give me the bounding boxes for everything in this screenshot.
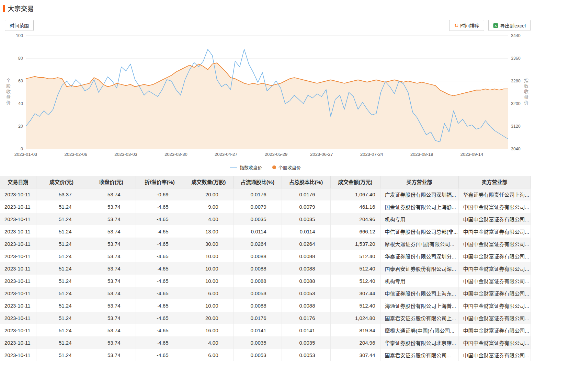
cell-premium_rate: -4.65 <box>136 349 184 361</box>
time-range-label: 时间范围 <box>10 22 29 29</box>
cell-total_share_ratio: 0.0053 <box>282 349 330 361</box>
time-range-button[interactable]: 时间范围 <box>5 20 34 31</box>
cell-volume: 6.00 <box>184 349 233 361</box>
cell-date: 2023-10-11 <box>0 287 36 299</box>
cell-deal_price: 51.24 <box>36 275 87 287</box>
page-header: 大宗交易 <box>0 0 581 16</box>
table-row: 2023-10-1151.2453.74-4.6530.000.02640.02… <box>0 238 531 250</box>
cell-total_share_ratio: 0.0035 <box>282 336 330 349</box>
cell-seller: 中国中金财富证券有限公司... <box>458 299 531 312</box>
table-row: 2023-10-1151.2453.74-4.6510.000.00880.00… <box>0 299 531 312</box>
cell-total_share_ratio: 0.0088 <box>282 275 330 287</box>
col-header-deal_price: 成交价(元) <box>36 176 87 188</box>
cell-close_price: 53.74 <box>87 336 136 349</box>
cell-buyer: 华泰证券股份有限公司深圳分... <box>380 250 458 262</box>
cell-amount: 512.40 <box>330 250 380 262</box>
cell-date: 2023-10-11 <box>0 349 36 361</box>
table-row: 2023-10-1151.2453.74-4.656.000.00530.005… <box>0 287 531 299</box>
cell-close_price: 53.74 <box>87 188 136 200</box>
cell-amount: 307.44 <box>330 287 380 299</box>
cell-total_share_ratio: 0.0264 <box>282 238 330 250</box>
excel-icon: X <box>493 23 498 28</box>
chart-area: 个股收盘价 指数收盘价 0304020312040320060328080336… <box>0 33 531 171</box>
y-axis-tick-right: 3040 <box>511 147 521 151</box>
y-axis-tick-right: 3440 <box>511 33 521 38</box>
cell-premium_rate: -4.65 <box>136 262 184 275</box>
price-chart[interactable]: 0304020312040320060328080336010034402023… <box>0 33 531 161</box>
cell-deal_price: 51.24 <box>36 200 87 213</box>
legend-item-index[interactable]: 指数收盘价 <box>230 164 262 171</box>
col-header-buyer: 买方营业部 <box>380 176 458 188</box>
toolbar-right-group: 时间排序 X 导出到excel <box>449 20 531 31</box>
cell-volume: 9.00 <box>184 200 233 213</box>
cell-volume: 10.00 <box>184 275 233 287</box>
cell-date: 2023-10-11 <box>0 312 36 324</box>
cell-seller: 中国中金财富证券有限公司... <box>458 324 531 336</box>
cell-seller: 中国中金财富证券有限公司... <box>458 312 531 324</box>
cell-total_share_ratio: 0.0088 <box>282 299 330 312</box>
right-axis-title: 指数收盘价 <box>523 78 529 106</box>
cell-date: 2023-10-11 <box>0 238 36 250</box>
cell-volume: 20.00 <box>184 312 233 324</box>
legend-item-stock[interactable]: 个股收盘价 <box>272 164 301 171</box>
cell-volume: 10.00 <box>184 250 233 262</box>
table-row: 2023-10-1151.2453.74-4.6510.000.00880.00… <box>0 262 531 275</box>
cell-premium_rate: -4.65 <box>136 200 184 213</box>
x-axis-tick: 2023-09-14 <box>460 152 483 157</box>
export-excel-button[interactable]: X 导出到excel <box>488 20 531 31</box>
cell-float_share_ratio: 0.0053 <box>233 349 282 361</box>
cell-deal_price: 51.24 <box>36 299 87 312</box>
cell-float_share_ratio: 0.0176 <box>233 188 282 200</box>
y-axis-tick-left: 100 <box>16 33 23 38</box>
cell-amount: 307.44 <box>330 349 380 361</box>
cell-premium_rate: -4.65 <box>136 213 184 225</box>
cell-seller: 中国中金财富证券有限公司... <box>458 200 531 213</box>
cell-premium_rate: -4.65 <box>136 225 184 238</box>
cell-volume: 4.00 <box>184 213 233 225</box>
cell-amount: 512.40 <box>330 275 380 287</box>
cell-float_share_ratio: 0.0035 <box>233 336 282 349</box>
time-sort-button[interactable]: 时间排序 <box>449 20 484 31</box>
toolbar: 时间范围 时间排序 X <box>5 20 531 32</box>
legend-dot-swatch <box>272 165 276 169</box>
table-header-row: 交易日期成交价(元)收盘价(元)折/溢价率(%)成交数量(万股)占流通股比(%)… <box>0 176 531 188</box>
cell-date: 2023-10-11 <box>0 275 36 287</box>
cell-buyer: 华泰证券股份有限公司北京雍... <box>380 336 458 349</box>
x-axis-tick: 2023-01-03 <box>14 152 37 157</box>
x-axis-tick: 2023-02-06 <box>65 152 88 157</box>
cell-date: 2023-10-11 <box>0 213 36 225</box>
cell-buyer: 摩根大通证券(中国)有限公司... <box>380 238 458 250</box>
cell-amount: 666.12 <box>330 225 380 238</box>
cell-float_share_ratio: 0.0141 <box>233 324 282 336</box>
cell-seller: 华鑫证券有限责任公司上海... <box>458 188 531 200</box>
col-header-seller: 卖方营业部 <box>458 176 531 188</box>
cell-buyer: 中信证券股份有限公司上海东... <box>380 287 458 299</box>
cell-date: 2023-10-11 <box>0 336 36 349</box>
cell-total_share_ratio: 0.0053 <box>282 287 330 299</box>
svg-text:X: X <box>495 24 497 27</box>
table-row: 2023-10-1151.2453.74-4.6510.000.00880.00… <box>0 250 531 262</box>
cell-buyer: 摩根大通证券(中国)有限公司... <box>380 324 458 336</box>
cell-buyer: 中信证券股份有限公司总部(非... <box>380 225 458 238</box>
cell-deal_price: 51.24 <box>36 213 87 225</box>
cell-total_share_ratio: 0.0079 <box>282 200 330 213</box>
block-trade-page: 大宗交易 时间范围 时间排序 <box>0 0 581 361</box>
legend-label-stock: 个股收盘价 <box>278 164 301 171</box>
table-row: 2023-10-1151.2453.74-4.6520.000.01760.01… <box>0 312 531 324</box>
cell-float_share_ratio: 0.0264 <box>233 238 282 250</box>
cell-deal_price: 51.24 <box>36 262 87 275</box>
cell-close_price: 53.74 <box>87 349 136 361</box>
col-header-volume: 成交数量(万股) <box>184 176 233 188</box>
cell-deal_price: 51.24 <box>36 349 87 361</box>
y-axis-tick-left: 60 <box>18 79 23 83</box>
col-header-premium_rate: 折/溢价率(%) <box>136 176 184 188</box>
cell-premium_rate: -4.65 <box>136 336 184 349</box>
col-header-float_share_ratio: 占流通股比(%) <box>233 176 282 188</box>
cell-close_price: 53.74 <box>87 225 136 238</box>
cell-deal_price: 53.37 <box>36 188 87 200</box>
table-row: 2023-10-1151.2453.74-4.6513.000.01140.01… <box>0 225 531 238</box>
cell-amount: 1,537.20 <box>330 238 380 250</box>
y-axis-tick-right: 3200 <box>511 101 521 106</box>
cell-deal_price: 51.24 <box>36 287 87 299</box>
cell-volume: 13.00 <box>184 225 233 238</box>
